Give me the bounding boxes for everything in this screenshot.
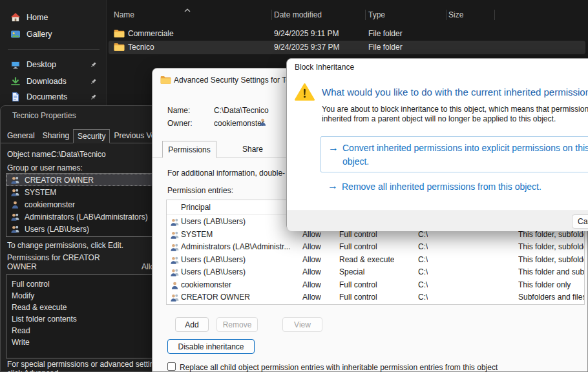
advanced-hint: click Advanced.	[7, 369, 61, 372]
remove-permissions-option[interactable]: → Remove all inherited permissions from …	[320, 179, 588, 197]
group-icon	[170, 268, 180, 276]
file-date-modified: 9/24/2025 9:37 PM	[274, 41, 339, 54]
cancel-button[interactable]: Cancel	[572, 214, 588, 229]
group-icon	[170, 293, 180, 302]
name-label: Name:	[167, 106, 190, 115]
entry-access: Read & execute	[339, 254, 394, 267]
entry-principal: Users (LAB\Users)	[181, 254, 299, 267]
group-icon	[170, 256, 180, 264]
column-header-size[interactable]: Size	[448, 8, 463, 22]
pin-icon	[90, 78, 97, 85]
user-icon	[170, 281, 180, 289]
entry-access: Full control	[339, 291, 377, 304]
sidebar-item-home[interactable]: Home	[5, 9, 102, 26]
edit-hint: To change permissions, click Edit.	[7, 241, 123, 250]
entry-inherited-from: C:\	[418, 266, 428, 279]
permission-entry-row[interactable]: CREATOR OWNER Allow Full control C:\ Sub…	[167, 291, 584, 304]
permission-entry-row[interactable]: Users (LAB\Users) Allow Special C:\ This…	[167, 266, 584, 279]
column-separator	[446, 10, 446, 20]
user-icon	[10, 200, 20, 209]
tab-general[interactable]: General	[3, 129, 39, 143]
dialog-title: Block Inheritance	[295, 59, 354, 76]
convert-permissions-option[interactable]: → Convert inherited permissions into exp…	[320, 136, 588, 172]
command-link-label: Remove all inherited permissions from th…	[342, 180, 541, 194]
group-icon	[10, 225, 20, 233]
group-icon	[10, 212, 20, 221]
file-name: Commerciale	[128, 27, 174, 41]
block-inheritance-dialog: Block Inheritance What would you like to…	[286, 58, 588, 231]
sidebar-item-desktop[interactable]: Desktop	[5, 56, 102, 73]
add-button[interactable]: Add	[175, 317, 209, 332]
command-arrow-icon: →	[328, 142, 339, 154]
group-icon	[170, 243, 180, 251]
column-header-name[interactable]: Name	[114, 8, 134, 22]
dialog-heading: What would you like to do with the curre…	[322, 87, 588, 98]
permissions-for-label: Permissions for CREATOR	[7, 253, 100, 262]
sidebar-item-documents[interactable]: Documents	[5, 88, 102, 105]
group-item-label: SYSTEM	[25, 188, 56, 197]
entry-inherited-from: C:\	[418, 279, 428, 292]
documents-icon	[10, 92, 21, 102]
remove-button[interactable]: Remove	[216, 317, 258, 332]
entry-type: Allow	[302, 254, 321, 267]
object-name-label: Object name:	[7, 150, 53, 159]
name-value: C:\Data\Tecnico	[214, 106, 269, 115]
folder-icon	[160, 76, 171, 85]
replace-child-permissions-label: Replace all child object permission entr…	[180, 363, 498, 372]
dialog-body-text: inherited from a parent object will no l…	[322, 114, 556, 123]
permission-entry-row[interactable]: cookiemonster Allow Full control C:\ Thi…	[167, 279, 584, 292]
view-button[interactable]: View	[282, 317, 322, 332]
replace-child-permissions-checkbox[interactable]	[167, 362, 176, 371]
file-row-commerciale[interactable]: Commerciale 9/24/2025 9:11 PM File folde…	[109, 27, 585, 41]
entry-inherited-from: C:\	[418, 291, 428, 304]
entry-access: Full control	[339, 279, 377, 292]
column-header-date-modified[interactable]: Date modified	[274, 8, 322, 22]
command-link-label: Convert inherited permissions into expli…	[342, 141, 588, 169]
tab-sharing[interactable]: Sharing	[39, 129, 73, 143]
sidebar-item-downloads[interactable]: Downloads	[5, 73, 102, 90]
entry-applies-to: This folder only	[518, 279, 585, 292]
sidebar-item-label: Desktop	[26, 60, 56, 69]
sidebar-item-label: Gallery	[26, 30, 52, 39]
downloads-icon	[10, 76, 21, 87]
permission-entry-row[interactable]: Users (LAB\Users) Allow Read & execute C…	[167, 254, 584, 267]
entry-type: Allow	[302, 266, 321, 279]
permission-entry-row[interactable]: Administrators (LAB\Administr... Allow F…	[167, 241, 584, 254]
entry-applies-to: This folder and subf...	[518, 266, 585, 279]
entry-access: Special	[339, 266, 364, 279]
entry-principal: CREATOR OWNER	[181, 291, 299, 304]
desktop-icon	[10, 59, 21, 70]
group-icon	[10, 176, 20, 184]
advanced-hint: For special permissions or advanced sett…	[7, 360, 164, 369]
group-icon	[170, 231, 180, 239]
column-separator	[365, 10, 366, 20]
file-date-modified: 9/24/2025 9:11 PM	[274, 27, 339, 41]
sidebar-item-label: Downloads	[26, 77, 67, 86]
tab-permissions[interactable]: Permissions	[162, 141, 216, 158]
group-item-label: Users (LAB\Users)	[25, 225, 89, 234]
entry-principal: Administrators (LAB\Administr...	[181, 241, 299, 254]
user-icon	[258, 118, 268, 126]
sidebar-item-gallery[interactable]: Gallery	[5, 26, 102, 43]
sort-ascending-icon	[184, 8, 191, 12]
file-row-tecnico[interactable]: Tecnico 9/24/2025 9:37 PM File folder	[109, 41, 585, 54]
additional-info-text: For additional information, double-	[167, 169, 285, 178]
entry-principal: Users (LAB\Users)	[181, 266, 299, 279]
sidebar-separator	[8, 49, 100, 50]
column-header-principal[interactable]: Principal	[181, 200, 211, 215]
tab-share[interactable]: Share	[224, 141, 282, 158]
disable-inheritance-button[interactable]: Disable inheritance	[167, 339, 255, 354]
sidebar-item-label: Home	[26, 13, 48, 22]
tab-security[interactable]: Security	[73, 129, 110, 143]
tab-label: Permissions	[168, 145, 210, 154]
file-name: Tecnico	[128, 41, 154, 54]
column-header-type[interactable]: Type	[368, 8, 385, 22]
group-item-label: Administrators (LAB\Administrators)	[25, 212, 148, 222]
pin-icon	[90, 94, 97, 101]
entry-principal: Users (LAB\Users)	[181, 216, 299, 229]
entry-access: Full control	[339, 241, 377, 254]
pin-icon	[90, 61, 97, 68]
gallery-icon	[10, 29, 21, 39]
command-arrow-icon: →	[328, 180, 338, 192]
folder-icon	[114, 43, 125, 52]
